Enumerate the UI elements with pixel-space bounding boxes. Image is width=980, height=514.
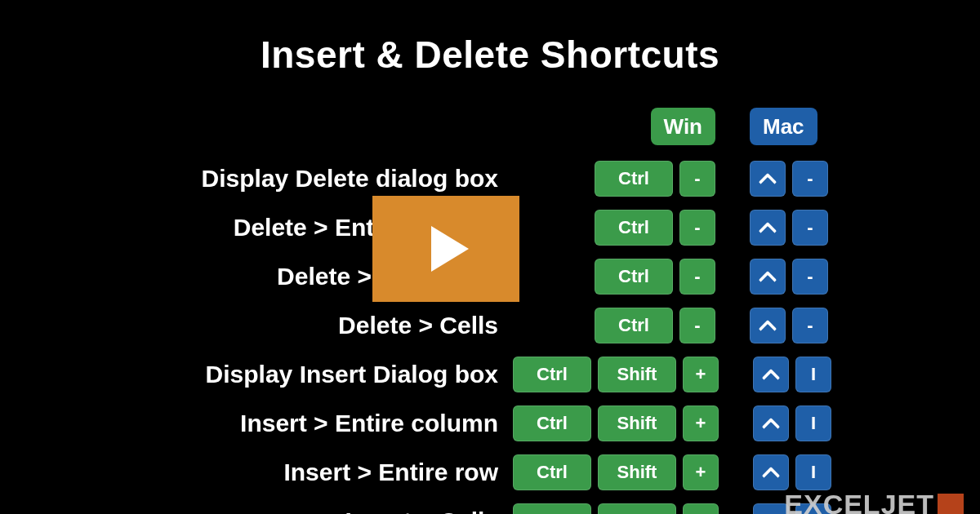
key-ctrl: Ctrl <box>513 454 591 490</box>
key--: - <box>679 210 715 246</box>
play-button[interactable] <box>372 196 519 302</box>
key--: - <box>679 259 715 295</box>
key--: - <box>792 210 828 246</box>
key-i: I <box>795 357 831 392</box>
win-keys: CtrlShift+ <box>513 503 719 514</box>
shortcut-label: Insert > Entire row <box>0 459 513 486</box>
key--: - <box>792 308 828 343</box>
shortcut-row: Insert > Entire rowCtrlShift+I <box>0 452 931 493</box>
win-keys: Ctrl- <box>513 308 715 343</box>
shortcut-label: Insert > Cells <box>0 507 513 514</box>
control-chevron-icon <box>762 463 780 481</box>
control-chevron-icon <box>759 219 777 237</box>
win-keys: Ctrl- <box>513 161 715 197</box>
key--: - <box>792 161 828 197</box>
key-^ <box>750 308 786 343</box>
win-keys: Ctrl- <box>513 259 715 295</box>
key-ctrl: Ctrl <box>513 503 591 514</box>
win-keys: CtrlShift+ <box>513 405 719 441</box>
mac-keys: - <box>750 210 871 246</box>
control-chevron-icon <box>759 268 777 286</box>
key-^ <box>750 161 786 197</box>
key-i: I <box>795 454 831 490</box>
shortcut-row: Insert > Entire columnCtrlShift+I <box>0 403 931 444</box>
key-i: I <box>795 405 831 441</box>
watermark: EXCELJET <box>784 489 964 514</box>
watermark-logo-icon <box>938 494 964 515</box>
shortcut-table: Win Mac Display Delete dialog boxCtrl--D… <box>0 106 980 514</box>
key-^ <box>753 357 789 392</box>
key-+: + <box>683 405 719 441</box>
key-^ <box>750 259 786 295</box>
key-^ <box>753 454 789 490</box>
watermark-text: EXCELJET <box>784 489 934 514</box>
key-+: + <box>683 454 719 490</box>
control-chevron-icon <box>762 414 780 432</box>
control-chevron-icon <box>759 317 777 335</box>
key-shift: Shift <box>598 405 676 441</box>
shortcut-row: Delete > CellsCtrl-- <box>0 305 931 346</box>
key-ctrl: Ctrl <box>595 210 673 246</box>
key-ctrl: Ctrl <box>595 161 673 197</box>
win-keys: CtrlShift+ <box>513 357 719 392</box>
key--: - <box>792 259 828 295</box>
mac-keys: - <box>750 259 871 295</box>
mac-keys: - <box>750 308 871 343</box>
play-icon <box>431 226 469 272</box>
header-win: Win <box>651 108 715 145</box>
win-keys: CtrlShift+ <box>513 454 719 490</box>
shortcut-label: Display Insert Dialog box <box>0 361 513 388</box>
key-shift: Shift <box>598 503 676 514</box>
control-chevron-icon <box>762 366 780 383</box>
key-ctrl: Ctrl <box>595 308 673 343</box>
key-+: + <box>683 357 719 392</box>
header-row: Win Mac <box>0 106 931 147</box>
control-chevron-icon <box>759 170 777 188</box>
key-^ <box>753 405 789 441</box>
key-ctrl: Ctrl <box>513 405 591 441</box>
key-^ <box>750 210 786 246</box>
mac-keys: I <box>753 405 874 441</box>
key-ctrl: Ctrl <box>513 357 591 392</box>
key-shift: Shift <box>598 454 676 490</box>
key--: - <box>679 161 715 197</box>
mac-keys: I <box>753 454 874 490</box>
shortcut-row: Display Delete dialog boxCtrl-- <box>0 158 931 199</box>
win-keys: Ctrl- <box>513 210 715 246</box>
key-ctrl: Ctrl <box>595 259 673 295</box>
shortcut-label: Delete > Cells <box>0 312 513 339</box>
shortcut-label: Insert > Entire column <box>0 410 513 437</box>
key--: - <box>679 308 715 343</box>
mac-keys: - <box>750 161 871 197</box>
shortcut-label: Display Delete dialog box <box>0 165 513 193</box>
mac-keys: I <box>753 357 874 392</box>
header-mac: Mac <box>750 108 817 145</box>
slide-title: Insert & Delete Shortcuts <box>0 0 980 77</box>
key-shift: Shift <box>598 357 676 392</box>
key-+: + <box>683 503 719 514</box>
shortcut-row: Display Insert Dialog boxCtrlShift+I <box>0 354 931 395</box>
